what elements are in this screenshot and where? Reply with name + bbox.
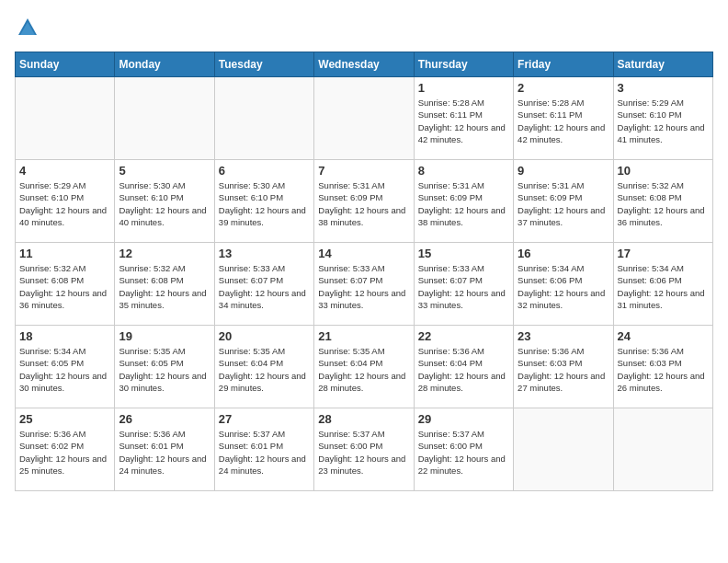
calendar-cell: 21Sunrise: 5:35 AM Sunset: 6:04 PM Dayli… [314,326,414,408]
day-number: 25 [19,412,110,426]
day-info: Sunrise: 5:35 AM Sunset: 6:04 PM Dayligh… [318,345,409,394]
calendar-cell: 28Sunrise: 5:37 AM Sunset: 6:00 PM Dayli… [314,408,414,491]
calendar-cell: 23Sunrise: 5:36 AM Sunset: 6:03 PM Dayli… [514,326,613,408]
calendar-cell: 4Sunrise: 5:29 AM Sunset: 6:10 PM Daylig… [16,160,115,243]
weekday-header-row: SundayMondayTuesdayWednesdayThursdayFrid… [16,52,713,77]
calendar-cell: 19Sunrise: 5:35 AM Sunset: 6:05 PM Dayli… [115,326,214,408]
day-number: 20 [219,329,310,343]
calendar-cell: 7Sunrise: 5:31 AM Sunset: 6:09 PM Daylig… [314,160,414,243]
day-number: 27 [219,412,310,426]
calendar-cell: 16Sunrise: 5:34 AM Sunset: 6:06 PM Dayli… [514,243,613,326]
weekday-wednesday: Wednesday [314,52,414,77]
calendar-cell: 8Sunrise: 5:31 AM Sunset: 6:09 PM Daylig… [414,160,513,243]
day-number: 13 [219,247,310,260]
calendar-cell: 9Sunrise: 5:31 AM Sunset: 6:09 PM Daylig… [514,160,613,243]
day-info: Sunrise: 5:30 AM Sunset: 6:10 PM Dayligh… [119,179,210,228]
day-number: 24 [618,329,709,343]
day-number: 29 [418,412,509,426]
calendar-cell: 11Sunrise: 5:32 AM Sunset: 6:08 PM Dayli… [16,243,115,326]
logo-icon [15,15,40,40]
day-info: Sunrise: 5:34 AM Sunset: 6:05 PM Dayligh… [19,345,110,394]
calendar-body: 1Sunrise: 5:28 AM Sunset: 6:11 PM Daylig… [16,77,713,491]
day-info: Sunrise: 5:37 AM Sunset: 6:00 PM Dayligh… [318,428,409,477]
calendar-cell: 13Sunrise: 5:33 AM Sunset: 6:07 PM Dayli… [214,243,313,326]
day-info: Sunrise: 5:32 AM Sunset: 6:08 PM Dayligh… [618,179,709,228]
day-number: 4 [19,164,110,178]
calendar-table: SundayMondayTuesdayWednesdayThursdayFrid… [15,52,713,491]
day-number: 16 [518,247,609,260]
week-row-5: 25Sunrise: 5:36 AM Sunset: 6:02 PM Dayli… [16,408,713,491]
weekday-friday: Friday [514,52,613,77]
day-number: 14 [318,247,409,260]
calendar-cell: 6Sunrise: 5:30 AM Sunset: 6:10 PM Daylig… [214,160,313,243]
day-info: Sunrise: 5:33 AM Sunset: 6:07 PM Dayligh… [418,262,509,311]
calendar-cell: 26Sunrise: 5:36 AM Sunset: 6:01 PM Dayli… [115,408,214,491]
day-info: Sunrise: 5:34 AM Sunset: 6:06 PM Dayligh… [618,262,709,311]
day-info: Sunrise: 5:28 AM Sunset: 6:11 PM Dayligh… [518,97,609,145]
day-info: Sunrise: 5:37 AM Sunset: 6:01 PM Dayligh… [219,428,310,477]
calendar-cell [16,77,115,160]
day-number: 5 [119,164,210,178]
week-row-4: 18Sunrise: 5:34 AM Sunset: 6:05 PM Dayli… [16,326,713,408]
calendar-cell [214,77,313,160]
day-info: Sunrise: 5:36 AM Sunset: 6:02 PM Dayligh… [19,428,110,477]
day-number: 2 [518,81,609,95]
day-info: Sunrise: 5:28 AM Sunset: 6:11 PM Dayligh… [418,97,509,145]
day-number: 17 [618,247,709,260]
day-info: Sunrise: 5:32 AM Sunset: 6:08 PM Dayligh… [19,262,110,311]
day-number: 11 [19,247,110,260]
calendar-cell: 27Sunrise: 5:37 AM Sunset: 6:01 PM Dayli… [214,408,313,491]
calendar-cell: 2Sunrise: 5:28 AM Sunset: 6:11 PM Daylig… [514,77,613,160]
day-number: 10 [618,164,709,178]
page-header [15,15,713,40]
calendar-cell: 14Sunrise: 5:33 AM Sunset: 6:07 PM Dayli… [314,243,414,326]
day-info: Sunrise: 5:32 AM Sunset: 6:08 PM Dayligh… [119,262,210,311]
day-number: 19 [119,329,210,343]
calendar-cell: 10Sunrise: 5:32 AM Sunset: 6:08 PM Dayli… [613,160,712,243]
day-info: Sunrise: 5:29 AM Sunset: 6:10 PM Dayligh… [19,179,110,228]
day-info: Sunrise: 5:35 AM Sunset: 6:04 PM Dayligh… [219,345,310,394]
day-number: 26 [119,412,210,426]
calendar-cell: 3Sunrise: 5:29 AM Sunset: 6:10 PM Daylig… [613,77,712,160]
weekday-sunday: Sunday [16,52,115,77]
calendar-cell: 1Sunrise: 5:28 AM Sunset: 6:11 PM Daylig… [414,77,513,160]
day-number: 22 [418,329,509,343]
calendar-cell: 12Sunrise: 5:32 AM Sunset: 6:08 PM Dayli… [115,243,214,326]
calendar-cell [613,408,712,491]
calendar-cell: 18Sunrise: 5:34 AM Sunset: 6:05 PM Dayli… [16,326,115,408]
calendar-cell: 22Sunrise: 5:36 AM Sunset: 6:04 PM Dayli… [414,326,513,408]
week-row-2: 4Sunrise: 5:29 AM Sunset: 6:10 PM Daylig… [16,160,713,243]
day-info: Sunrise: 5:31 AM Sunset: 6:09 PM Dayligh… [518,179,609,228]
day-info: Sunrise: 5:34 AM Sunset: 6:06 PM Dayligh… [518,262,609,311]
day-number: 9 [518,164,609,178]
day-number: 1 [418,81,509,95]
day-info: Sunrise: 5:37 AM Sunset: 6:00 PM Dayligh… [418,428,509,477]
day-info: Sunrise: 5:33 AM Sunset: 6:07 PM Dayligh… [219,262,310,311]
calendar-cell: 25Sunrise: 5:36 AM Sunset: 6:02 PM Dayli… [16,408,115,491]
day-info: Sunrise: 5:36 AM Sunset: 6:03 PM Dayligh… [618,345,709,394]
week-row-1: 1Sunrise: 5:28 AM Sunset: 6:11 PM Daylig… [16,77,713,160]
calendar-cell: 29Sunrise: 5:37 AM Sunset: 6:00 PM Dayli… [414,408,513,491]
day-number: 8 [418,164,509,178]
calendar-cell: 17Sunrise: 5:34 AM Sunset: 6:06 PM Dayli… [613,243,712,326]
day-info: Sunrise: 5:31 AM Sunset: 6:09 PM Dayligh… [418,179,509,228]
day-number: 6 [219,164,310,178]
day-number: 12 [119,247,210,260]
weekday-thursday: Thursday [414,52,513,77]
weekday-tuesday: Tuesday [214,52,313,77]
day-info: Sunrise: 5:36 AM Sunset: 6:01 PM Dayligh… [119,428,210,477]
weekday-saturday: Saturday [613,52,712,77]
day-info: Sunrise: 5:36 AM Sunset: 6:03 PM Dayligh… [518,345,609,394]
calendar-cell [514,408,613,491]
day-number: 3 [618,81,709,95]
logo [15,15,44,40]
day-number: 23 [518,329,609,343]
calendar-cell [115,77,214,160]
day-info: Sunrise: 5:36 AM Sunset: 6:04 PM Dayligh… [418,345,509,394]
day-number: 18 [19,329,110,343]
day-info: Sunrise: 5:33 AM Sunset: 6:07 PM Dayligh… [318,262,409,311]
day-number: 15 [418,247,509,260]
day-number: 28 [318,412,409,426]
week-row-3: 11Sunrise: 5:32 AM Sunset: 6:08 PM Dayli… [16,243,713,326]
day-info: Sunrise: 5:29 AM Sunset: 6:10 PM Dayligh… [618,97,709,145]
